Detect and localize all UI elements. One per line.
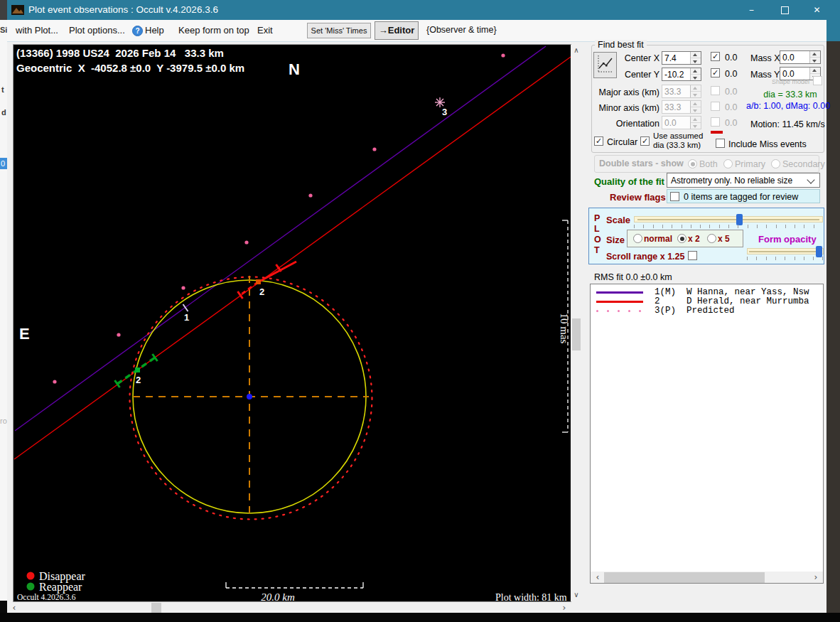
shape-model-checkbox[interactable] [813,76,822,85]
major-axis-spinner: 33.3 [662,85,701,98]
form-opacity-slider-track[interactable] [747,248,824,254]
center-x-sigma-value: 0.0 [725,53,737,63]
background-text-fragment: t [1,85,4,94]
plot-vertical-scrollbar[interactable]: ∧ ∨ [571,45,582,601]
major-axis-arrows [690,85,701,97]
size-normal-radio[interactable] [633,234,642,243]
scroll-right-icon[interactable]: › [560,603,569,613]
mass-x-spinner[interactable]: 0.0 [780,50,821,64]
spinner-down-icon[interactable] [810,58,820,63]
reappear-legend-label: Reappear [39,581,82,594]
scroll-left-icon[interactable]: ‹ [10,603,18,613]
size-x5-radio[interactable] [707,234,716,243]
scroll-down-icon[interactable]: ∨ [571,591,582,599]
center-y-label: Center Y [606,70,659,80]
spinner-up-icon[interactable] [810,68,820,74]
menu-plot-options[interactable]: Plot options... [69,25,125,36]
center-x-sigma-checkbox[interactable]: ✓ [711,52,720,61]
plot-letter-t: T [594,245,600,255]
title-bar[interactable]: Plot event observations : Occult v.4.202… [7,0,840,20]
orientation-sigma-checkbox [711,117,720,127]
menu-help[interactable]: Help [145,25,164,36]
scroll-range-checkbox[interactable] [688,251,697,260]
center-x-arrows[interactable] [690,52,701,64]
motion-readout: Motion: 11.45 km/s [750,119,825,129]
observer-list-scroll-thumb[interactable] [604,572,765,583]
spinner-up-icon[interactable] [810,51,820,58]
spinner-down-icon[interactable] [691,75,701,80]
plot-horizontal-scrollbar[interactable]: ‹ › [7,602,571,613]
observer-entry: 1(M) W Hanna, near Yass, Nsw [655,287,809,297]
circular-label: Circular [607,137,637,147]
double-stars-secondary-label: Secondary [782,159,825,169]
background-text-fragment: ro [0,417,7,425]
application-window: Si t d 0 ro Plot event observations : Oc… [0,0,840,622]
spinner-down-icon [691,123,701,129]
mas-scale-label: 10 mas [559,313,570,344]
quality-of-fit-dropdown[interactable]: Astrometry only. No reliable size [667,173,820,188]
double-stars-secondary-radio [771,159,780,168]
scale-slider-track[interactable] [634,216,823,222]
center-y-spinner[interactable]: -10.2 [662,68,701,81]
use-assumed-dia-label-line1: Use assumed [653,132,703,140]
scroll-range-label: Scroll range x 1.25 [606,252,684,262]
background-window-strip: Si t d 0 ro [0,0,7,622]
spinner-up-icon[interactable] [691,68,701,75]
occultation-plot-canvas[interactable]: 3 1 2 2 N E Disappea [14,45,571,601]
editor-button[interactable]: →Editor [375,21,419,40]
plot-vscroll-thumb[interactable] [572,318,581,350]
orientation-arrows [690,117,701,129]
size-x2-radio[interactable] [677,234,686,243]
spinner-down-icon[interactable] [691,58,701,64]
plot-version-label: Occult 4.2026.3.6 [17,593,76,601]
major-axis-sigma-checkbox [711,86,720,95]
scroll-up-icon[interactable]: ∧ [571,46,582,54]
center-x-value[interactable]: 7.4 [662,52,690,64]
form-opacity-label: Form opacity [758,234,817,245]
maximize-icon [781,6,789,14]
reappear-legend-dot [27,583,35,591]
major-axis-label: Major axis (km) [597,87,659,97]
plot-hscroll-thumb[interactable] [151,603,161,613]
center-y-value[interactable]: -10.2 [662,68,690,80]
menu-with-plot[interactable]: with Plot... [16,25,58,36]
observer-time-label[interactable]: {Observer & time} [426,25,497,35]
size-x2-label: x 2 [688,234,700,244]
close-button[interactable]: ✕ [801,0,833,20]
review-flags-label: Review flags [610,192,666,203]
spinner-up-icon [691,117,701,123]
use-assumed-dia-checkbox[interactable]: ✓ [640,136,650,146]
scale-slider-thumb[interactable] [736,214,743,225]
mass-x-value[interactable]: 0.0 [780,51,809,63]
menu-keep-form-on-top[interactable]: Keep form on top [178,25,249,36]
disappear-legend-dot [27,572,35,580]
circular-checkbox[interactable]: ✓ [594,136,603,146]
mass-x-arrows[interactable] [809,51,820,63]
major-axis-value: 33.3 [662,85,690,97]
double-stars-primary-label: Primary [735,159,765,169]
observer-entry: 2 D Herald, near Murrumba [655,296,809,306]
background-text-fragment: d [1,108,6,117]
set-miss-times-button[interactable]: Set 'Miss' Times [307,23,371,38]
spinner-up-icon[interactable] [691,52,701,58]
ab-dmag-readout: a/b: 1.00, dMag: 0.00 [746,101,830,111]
minimize-button[interactable]: – [736,0,768,20]
minor-axis-spinner: 33.3 [662,100,701,114]
center-y-arrows[interactable] [690,68,701,80]
center-y-sigma-value: 0.0 [725,69,737,79]
scroll-right-icon[interactable]: › [812,572,820,582]
include-miss-events-checkbox[interactable] [716,139,725,148]
form-opacity-slider-thumb[interactable] [816,246,822,257]
menu-exit[interactable]: Exit [257,25,273,36]
observer-list-scrollbar[interactable]: ‹ › [591,572,823,584]
observer-list[interactable]: 1(M) W Hanna, near Yass, Nsw 2 D Herald,… [590,284,824,584]
review-flags-checkbox[interactable] [670,192,679,201]
scroll-left-icon[interactable]: ‹ [593,572,602,582]
center-x-spinner[interactable]: 7.4 [662,51,701,65]
chord2-disappear-label: 2 [259,286,264,297]
plot-background [14,45,571,601]
check-icon: ✓ [712,52,718,61]
maximize-button[interactable] [768,0,800,20]
center-y-sigma-checkbox[interactable]: ✓ [711,68,720,77]
minor-axis-value: 33.3 [662,101,690,113]
